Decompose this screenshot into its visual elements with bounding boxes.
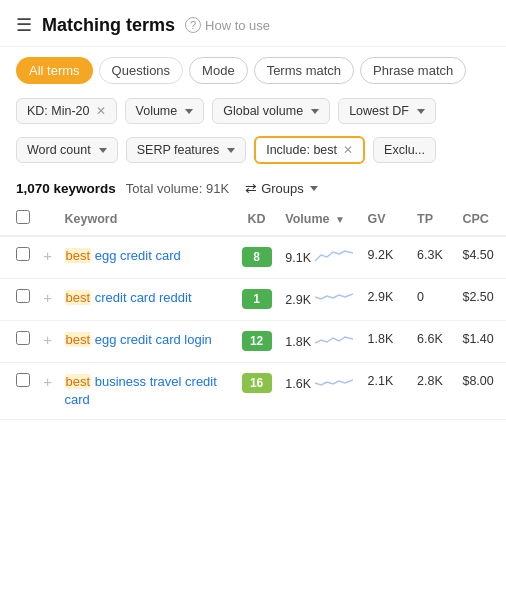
row-kd-cell: 16 (234, 363, 279, 420)
sparkline-icon (315, 289, 353, 310)
volume-value: 1.6K (285, 373, 355, 394)
help-link[interactable]: ? How to use (185, 17, 270, 33)
table-row: + best credit card reddit 1 2.9K 2.9K 0 … (0, 279, 506, 321)
tab-phrase-match[interactable]: Phrase match (360, 57, 466, 84)
sparkline-icon (315, 373, 353, 394)
row-kd-cell: 8 (234, 236, 279, 279)
row-plus-cell[interactable]: + (37, 279, 58, 321)
serp-features-chevron-icon (227, 148, 235, 153)
keyword-link[interactable]: best egg credit card (65, 247, 228, 265)
keyword-text-part: egg credit card login (91, 332, 212, 347)
groups-button[interactable]: ⇄ Groups (245, 180, 318, 196)
filter-row-2: Word count SERP features Include: best ✕… (0, 130, 506, 170)
kd-badge: 1 (242, 289, 272, 309)
tab-all-terms[interactable]: All terms (16, 57, 93, 84)
row-gv-cell: 9.2K (362, 236, 412, 279)
row-checkbox[interactable] (16, 373, 30, 387)
tab-mode[interactable]: Mode (189, 57, 248, 84)
row-plus-cell[interactable]: + (37, 321, 58, 363)
tab-terms-match[interactable]: Terms match (254, 57, 354, 84)
include-filter[interactable]: Include: best ✕ (254, 136, 365, 164)
gv-value: 2.9K (368, 290, 394, 304)
col-header-volume[interactable]: Volume ▼ (279, 202, 361, 236)
row-plus-cell[interactable]: + (37, 236, 58, 279)
row-keyword-cell: best credit card reddit (59, 279, 234, 321)
row-tp-cell: 0 (411, 279, 456, 321)
keyword-link[interactable]: best business travel credit card (65, 373, 228, 409)
cpc-value: $8.00 (462, 374, 493, 388)
kd-filter[interactable]: KD: Min-20 ✕ (16, 98, 117, 124)
keyword-link[interactable]: best egg credit card login (65, 331, 228, 349)
row-tp-cell: 2.8K (411, 363, 456, 420)
kd-filter-label: KD: Min-20 (27, 104, 90, 118)
row-checkbox-cell (0, 363, 37, 420)
row-gv-cell: 2.9K (362, 279, 412, 321)
keyword-highlight: best (65, 290, 92, 305)
exclude-filter[interactable]: Exclu... (373, 137, 436, 163)
tp-value: 6.6K (417, 332, 443, 346)
row-volume-cell: 1.8K (279, 321, 361, 363)
cpc-value: $4.50 (462, 248, 493, 262)
volume-chevron-icon (185, 109, 193, 114)
tp-value: 6.3K (417, 248, 443, 262)
row-plus-cell[interactable]: + (37, 363, 58, 420)
word-count-chevron-icon (99, 148, 107, 153)
table-row: + best business travel credit card 16 1.… (0, 363, 506, 420)
volume-filter[interactable]: Volume (125, 98, 205, 124)
volume-filter-label: Volume (136, 104, 178, 118)
keyword-highlight: best (65, 332, 92, 347)
col-header-plus (37, 202, 58, 236)
row-cpc-cell: $8.00 (456, 363, 506, 420)
kd-filter-clear[interactable]: ✕ (96, 104, 106, 118)
word-count-filter[interactable]: Word count (16, 137, 118, 163)
total-volume: Total volume: 91K (126, 181, 229, 196)
sparkline-icon (315, 247, 353, 268)
global-volume-filter[interactable]: Global volume (212, 98, 330, 124)
table-row: + best egg credit card login 12 1.8K 1.8… (0, 321, 506, 363)
keywords-table: Keyword KD Volume ▼ GV TP CPC (0, 202, 506, 420)
row-tp-cell: 6.6K (411, 321, 456, 363)
serp-features-filter[interactable]: SERP features (126, 137, 246, 163)
lowest-df-filter-label: Lowest DF (349, 104, 409, 118)
include-filter-label: Include: best (266, 143, 337, 157)
tab-questions[interactable]: Questions (99, 57, 184, 84)
row-checkbox[interactable] (16, 247, 30, 261)
kd-badge: 12 (242, 331, 272, 351)
row-kd-cell: 12 (234, 321, 279, 363)
filter-tabs: All terms Questions Mode Terms match Phr… (0, 47, 506, 92)
keywords-count: 1,070 keywords (16, 181, 116, 196)
keyword-text-part: egg credit card (91, 248, 181, 263)
kd-badge: 16 (242, 373, 272, 393)
row-keyword-cell: best egg credit card login (59, 321, 234, 363)
keyword-highlight: best (65, 248, 92, 263)
row-volume-cell: 9.1K (279, 236, 361, 279)
lowest-df-filter[interactable]: Lowest DF (338, 98, 436, 124)
keyword-text-part: credit card reddit (91, 290, 191, 305)
row-checkbox-cell (0, 321, 37, 363)
include-filter-clear[interactable]: ✕ (343, 143, 353, 157)
serp-features-filter-label: SERP features (137, 143, 219, 157)
table-row: + best egg credit card 8 9.1K 9.2K 6.3K … (0, 236, 506, 279)
row-cpc-cell: $1.40 (456, 321, 506, 363)
keyword-link[interactable]: best credit card reddit (65, 289, 228, 307)
row-checkbox[interactable] (16, 289, 30, 303)
col-header-check (0, 202, 37, 236)
row-volume-cell: 1.6K (279, 363, 361, 420)
global-volume-chevron-icon (311, 109, 319, 114)
lowest-df-chevron-icon (417, 109, 425, 114)
row-cpc-cell: $4.50 (456, 236, 506, 279)
tp-value: 0 (417, 290, 424, 304)
row-checkbox[interactable] (16, 331, 30, 345)
hamburger-icon[interactable]: ☰ (16, 14, 32, 36)
row-keyword-cell: best egg credit card (59, 236, 234, 279)
cpc-value: $2.50 (462, 290, 493, 304)
select-all-checkbox[interactable] (16, 210, 30, 224)
volume-value: 1.8K (285, 331, 355, 352)
page-title: Matching terms (42, 15, 175, 36)
col-header-gv: GV (362, 202, 412, 236)
col-header-cpc: CPC (456, 202, 506, 236)
gv-value: 2.1K (368, 374, 394, 388)
col-header-keyword: Keyword (59, 202, 234, 236)
keyword-highlight: best (65, 374, 92, 389)
sparkline-icon (315, 331, 353, 352)
